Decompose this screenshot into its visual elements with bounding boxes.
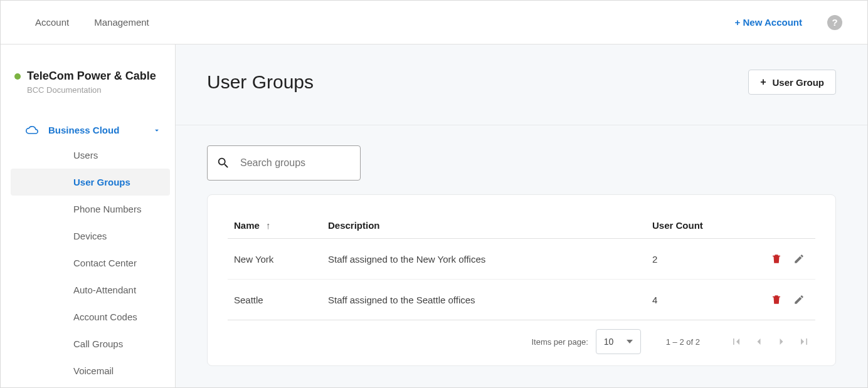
search-icon [216, 156, 230, 170]
topnav-management[interactable]: Management [94, 17, 149, 28]
help-icon[interactable]: ? [827, 15, 842, 30]
pencil-icon [793, 253, 805, 265]
prev-page-button[interactable] [748, 330, 770, 353]
content: User Groups + User Group Name [176, 45, 867, 388]
add-button-label: User Group [772, 77, 824, 88]
chevron-right-icon [775, 335, 788, 348]
col-header-description[interactable]: Description [322, 212, 646, 239]
sidebar-item-label: User Groups [73, 177, 130, 187]
new-account-link[interactable]: + New Account [735, 17, 802, 28]
sidebar-item-user-groups[interactable]: User Groups [11, 169, 170, 196]
chevron-left-icon [753, 335, 765, 348]
triangle-down-icon [627, 340, 633, 343]
sidebar-item-call-groups[interactable]: Call Groups [11, 330, 170, 357]
sidebar-item-label: Voicemail [73, 365, 114, 376]
groups-table-card: Name ↑ Description User Count New York S… [207, 194, 836, 366]
sidebar-item-auto-attendant[interactable]: Auto-Attendant [11, 276, 170, 303]
next-page-button[interactable] [770, 330, 793, 353]
cloud-icon [26, 126, 38, 135]
account-subtitle: BCC Documentation [27, 85, 161, 95]
sidebar-item-label: Call Groups [73, 338, 123, 349]
cell-description: Staff assigned to the New York offices [322, 239, 646, 280]
cell-user-count: 4 [646, 280, 740, 320]
search-box[interactable] [207, 145, 361, 181]
page-range: 1 – 2 of 2 [666, 337, 700, 347]
sidebar-item-account-codes[interactable]: Account Codes [11, 303, 170, 330]
top-bar: Account Management + New Account ? [1, 1, 867, 45]
cell-description: Staff assigned to the Seattle offices [322, 280, 646, 320]
page-size-value: 10 [604, 337, 614, 347]
col-header-label: Description [328, 220, 380, 231]
sidebar-item-phone-numbers[interactable]: Phone Numbers [11, 196, 170, 223]
account-block: TeleCom Power & Cable BCC Documentation [1, 70, 175, 107]
plus-icon: + [760, 76, 766, 88]
page-title: User Groups [207, 71, 748, 93]
topnav-account[interactable]: Account [35, 17, 69, 28]
sidebar-item-label: Phone Numbers [73, 204, 141, 214]
table-row: New York Staff assigned to the New York … [228, 239, 815, 280]
paginator: Items per page: 10 1 – 2 of 2 [228, 320, 815, 354]
edit-button[interactable] [789, 290, 809, 310]
sidebar-item-contact-center[interactable]: Contact Center [11, 249, 170, 276]
items-per-page-label: Items per page: [531, 337, 588, 347]
col-header-user-count[interactable]: User Count [646, 212, 740, 239]
groups-table: Name ↑ Description User Count New York S… [228, 212, 815, 320]
delete-button[interactable] [766, 290, 786, 310]
edit-button[interactable] [789, 249, 809, 269]
chevron-down-icon [152, 126, 161, 135]
col-header-label: User Count [652, 220, 703, 231]
first-page-button[interactable] [725, 330, 748, 353]
sidebar-parent-business-cloud[interactable]: Business Cloud [1, 118, 175, 142]
sidebar-item-label: Devices [73, 231, 107, 241]
delete-button[interactable] [766, 249, 786, 269]
sidebar-parent-label: Business Cloud [48, 125, 152, 135]
search-input[interactable] [239, 157, 351, 169]
sidebar: TeleCom Power & Cable BCC Documentation … [1, 45, 176, 388]
cell-name: New York [228, 239, 322, 280]
last-page-icon [798, 335, 810, 348]
account-name: TeleCom Power & Cable [27, 70, 156, 83]
cell-name: Seattle [228, 280, 322, 320]
col-header-name[interactable]: Name ↑ [228, 212, 322, 239]
sort-ascending-icon: ↑ [266, 220, 271, 231]
sidebar-item-users[interactable]: Users [11, 142, 170, 169]
pencil-icon [793, 294, 805, 305]
status-dot-icon [14, 73, 21, 80]
trash-icon [771, 253, 782, 265]
first-page-icon [730, 335, 743, 348]
sidebar-item-devices[interactable]: Devices [11, 223, 170, 249]
sidebar-item-label: Auto-Attendant [73, 285, 136, 295]
last-page-button[interactable] [793, 330, 815, 353]
trash-icon [771, 294, 782, 305]
table-row: Seattle Staff assigned to the Seattle of… [228, 280, 815, 320]
sidebar-item-label: Users [73, 150, 98, 160]
sidebar-item-voicemail[interactable]: Voicemail [11, 357, 170, 384]
add-user-group-button[interactable]: + User Group [748, 70, 836, 95]
sidebar-item-label: Account Codes [73, 312, 137, 322]
col-header-label: Name [234, 220, 260, 231]
sidebar-item-label: Contact Center [73, 258, 137, 268]
page-size-select[interactable]: 10 [596, 329, 641, 354]
cell-user-count: 2 [646, 239, 740, 280]
